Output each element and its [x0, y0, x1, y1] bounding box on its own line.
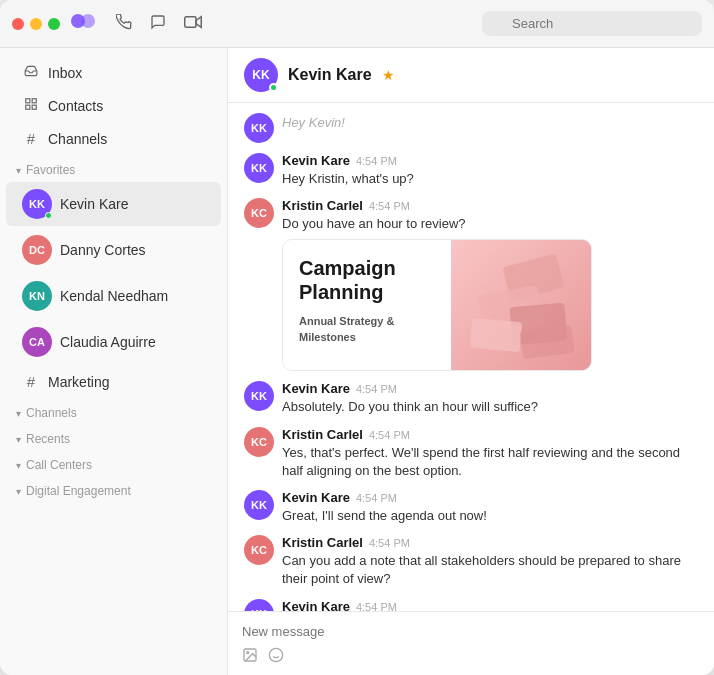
- chat-header: KK Kevin Kare ★: [228, 48, 714, 103]
- message-header: Kevin Kare 4:54 PM: [282, 599, 489, 612]
- message-sender: Kevin Kare: [282, 381, 350, 396]
- message-content: Kevin Kare 4:54 PM 100%, will add to the…: [282, 599, 489, 612]
- message-text: Hey Kristin, what's up?: [282, 170, 414, 188]
- marketing-label: Marketing: [48, 374, 109, 390]
- message-avatar: KK: [244, 490, 274, 520]
- chat-messages: KK Hey Kevin! KK Kevin Kare 4:54 PM Hey …: [228, 103, 714, 611]
- message-time: 4:54 PM: [356, 492, 397, 504]
- app-window: Inbox Contacts # Channels ▾ Favorites KK: [0, 0, 714, 675]
- campaign-card[interactable]: Campaign Planning Annual Strategy & Mile…: [282, 239, 592, 371]
- fullscreen-button[interactable]: [48, 18, 60, 30]
- online-indicator: [45, 212, 52, 219]
- message-row: KK Kevin Kare 4:54 PM Great, I'll send t…: [244, 490, 698, 525]
- campaign-card-title: Campaign Planning: [299, 256, 435, 304]
- chat-header-name: Kevin Kare: [288, 66, 372, 84]
- message-sender: Kevin Kare: [282, 153, 350, 168]
- recents-label: Recents: [26, 432, 70, 446]
- message-avatar: KC: [244, 427, 274, 457]
- message-time: 4:54 PM: [369, 429, 410, 441]
- message-sender: Kevin Kare: [282, 490, 350, 505]
- message-header: Kristin Carlel 4:54 PM: [282, 198, 592, 213]
- inbox-label: Inbox: [48, 65, 82, 81]
- danny-cortes-label: Danny Cortes: [60, 242, 146, 258]
- sidebar-item-inbox[interactable]: Inbox: [6, 57, 221, 88]
- message-input[interactable]: [242, 620, 700, 643]
- channels-section-header[interactable]: ▾ Channels: [0, 398, 227, 424]
- digital-engagement-section-header[interactable]: ▾ Digital Engagement: [0, 476, 227, 502]
- message-header: Kristin Carlel 4:54 PM: [282, 535, 698, 550]
- message-content: Hey Kevin!: [282, 113, 345, 131]
- image-upload-icon[interactable]: [242, 647, 258, 667]
- message-text: Great, I'll send the agenda out now!: [282, 507, 487, 525]
- message-sender: Kristin Carlel: [282, 535, 363, 550]
- message-row: KK Kevin Kare 4:54 PM Hey Kristin, what'…: [244, 153, 698, 188]
- message-row: KC Kristin Carlel 4:54 PM Can you add a …: [244, 535, 698, 588]
- titlebar-action-icons: [116, 14, 202, 33]
- close-button[interactable]: [12, 18, 24, 30]
- message-sender: Kristin Carlel: [282, 198, 363, 213]
- message-row: KC Kristin Carlel 4:54 PM Yes, that's pe…: [244, 427, 698, 480]
- message-content: Kristin Carlel 4:54 PM Do you have an ho…: [282, 198, 592, 371]
- message-content: Kevin Kare 4:54 PM Absolutely. Do you th…: [282, 381, 538, 416]
- message-row: KK Hey Kevin!: [244, 113, 698, 143]
- favorites-label: Favorites: [26, 163, 75, 177]
- sidebar-item-contacts[interactable]: Contacts: [6, 90, 221, 121]
- svg-marker-3: [196, 17, 201, 28]
- message-time: 4:54 PM: [369, 200, 410, 212]
- phone-icon[interactable]: [116, 14, 132, 33]
- message-row: KK Kevin Kare 4:54 PM 100%, will add to …: [244, 599, 698, 612]
- digital-engagement-chevron-icon: ▾: [16, 486, 21, 497]
- contacts-icon: [22, 97, 40, 114]
- search-input[interactable]: [482, 11, 702, 36]
- minimize-button[interactable]: [30, 18, 42, 30]
- sidebar-item-kevin-kare[interactable]: KK Kevin Kare: [6, 182, 221, 226]
- message-header: Kevin Kare 4:54 PM: [282, 490, 487, 505]
- chat-header-avatar-wrapper: KK: [244, 58, 278, 92]
- sidebar-item-danny-cortes[interactable]: DC Danny Cortes: [6, 228, 221, 272]
- call-centers-chevron-icon: ▾: [16, 460, 21, 471]
- recents-chevron-icon: ▾: [16, 434, 21, 445]
- message-avatar: KC: [244, 535, 274, 565]
- call-centers-section-header[interactable]: ▾ Call Centers: [0, 450, 227, 476]
- svg-rect-9: [32, 105, 36, 109]
- sidebar-item-channels[interactable]: # Channels: [6, 123, 221, 154]
- message-time: 4:54 PM: [356, 383, 397, 395]
- kendal-needham-label: Kendal Needham: [60, 288, 168, 304]
- campaign-card-content: Campaign Planning Annual Strategy & Mile…: [283, 240, 451, 370]
- channels-hash-icon: #: [22, 130, 40, 147]
- message-text: Hey Kevin!: [282, 115, 345, 130]
- sidebar-item-kendal-needham[interactable]: KN Kendal Needham: [6, 274, 221, 318]
- video-icon[interactable]: [184, 15, 202, 32]
- sidebar-item-claudia-aguirre[interactable]: CA Claudia Aguirre: [6, 320, 221, 364]
- claudia-aguirre-avatar: CA: [22, 327, 52, 357]
- recents-section-header[interactable]: ▾ Recents: [0, 424, 227, 450]
- chat-input-area: [228, 611, 714, 675]
- message-text: Absolutely. Do you think an hour will su…: [282, 398, 538, 416]
- chat-area: KK Kevin Kare ★ KK Hey Kevin! KK: [228, 48, 714, 675]
- message-avatar: KK: [244, 153, 274, 183]
- svg-point-17: [247, 652, 249, 654]
- message-header: Kristin Carlel 4:54 PM: [282, 427, 698, 442]
- message-content: Kevin Kare 4:54 PM Great, I'll send the …: [282, 490, 487, 525]
- message-row: KK Kevin Kare 4:54 PM Absolutely. Do you…: [244, 381, 698, 416]
- inbox-icon: [22, 64, 40, 81]
- digital-engagement-label: Digital Engagement: [26, 484, 131, 498]
- chat-icon[interactable]: [150, 14, 166, 33]
- kevin-kare-label: Kevin Kare: [60, 196, 128, 212]
- star-icon: ★: [382, 67, 395, 83]
- marketing-hash-icon: #: [22, 373, 40, 390]
- svg-point-18: [269, 648, 282, 661]
- sidebar-item-marketing[interactable]: # Marketing: [6, 366, 221, 397]
- favorites-section[interactable]: ▾ Favorites: [0, 155, 227, 181]
- message-avatar: KK: [244, 381, 274, 411]
- message-avatar: KK: [244, 599, 274, 612]
- svg-rect-14: [470, 318, 522, 352]
- message-text: Do you have an hour to review?: [282, 215, 592, 233]
- message-time: 4:54 PM: [369, 537, 410, 549]
- emoji-icon[interactable]: [268, 647, 284, 667]
- search-wrapper: [482, 11, 702, 36]
- message-sender: Kevin Kare: [282, 599, 350, 612]
- traffic-lights: [12, 18, 60, 30]
- message-time: 4:54 PM: [356, 155, 397, 167]
- svg-rect-8: [26, 105, 30, 109]
